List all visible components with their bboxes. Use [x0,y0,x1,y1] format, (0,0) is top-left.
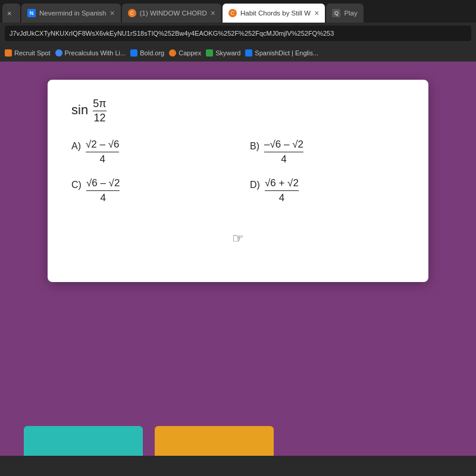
sqrt6-d: √6 + √2 [265,177,299,189]
address-bar[interactable]: J7vJdUkCXTyNKUXrIQF8WsX6vkEyNU1rS18sTIQ%… [5,26,471,41]
browser-chrome: × N Nevermind in Spanish × C (1) WINDOW … [0,0,476,62]
answer-b-label: B) [250,139,259,152]
answer-a-fraction: √2 – √6 4 [86,139,119,165]
address-bar-row: J7vJdUkCXTyNKUXrIQF8WsX6vkEyNU1rS18sTIQ%… [0,23,476,44]
tab-habit-chords[interactable]: C Habit Chords by Still W × [223,4,325,23]
answer-b-denominator: 4 [281,154,286,165]
tab-window-close[interactable]: × [211,8,215,18]
fraction-5pi-12: 5π 12 [93,98,106,124]
answer-d-fraction: √6 + √2 4 [265,177,299,204]
tab-nevermind-close[interactable]: × [110,8,115,18]
bottom-card-yellow [155,426,274,456]
bookmark-favicon-cappex [169,49,176,57]
bookmark-recruit-label: Recruit Spot [14,49,51,57]
answer-b-fraction: –√6 – √2 4 [264,139,303,165]
tab-window-chords-label: (1) WINDOW CHORD [140,10,207,17]
answer-b: B) –√6 – √2 4 [250,139,405,165]
answer-c-denominator: 4 [100,192,105,204]
bookmarks-bar: Recruit Spot Precalculus With Li... Bold… [0,44,476,62]
answer-c-label: C) [71,177,82,190]
numerator-5pi: 5π [93,98,106,111]
sin-label: sin [71,102,92,117]
sqrt6-c: √6 – √2 [86,177,120,189]
answer-d-numerator: √6 + √2 [265,177,299,191]
answer-a-label: A) [71,139,81,152]
tab-play-label: Play [344,10,357,17]
tab-favicon-play: Q [332,9,340,17]
bookmark-favicon-precalc [55,49,62,57]
tab-bar: × N Nevermind in Spanish × C (1) WINDOW … [0,0,476,23]
main-content: sin 5π 12 A) √2 – √6 4 B) [0,62,476,416]
denominator-12: 12 [93,112,105,124]
bookmark-bold[interactable]: Bold.org [130,49,164,57]
answer-c: C) √6 – √2 4 [71,177,226,204]
cursor-hand: ☞ [232,231,244,246]
bookmark-skyward[interactable]: Skyward [206,49,240,57]
bookmark-skyward-label: Skyward [215,49,240,57]
bookmark-recruit-spot[interactable]: Recruit Spot [5,49,51,57]
sqrt6-b: –√6 – √2 [264,139,303,150]
sqrt2-a: √2 – √6 [86,139,119,150]
tab-favicon-nevermind: N [27,9,36,17]
answer-d: D) √6 + √2 4 [250,177,405,204]
bookmark-spanishdict[interactable]: SpanishDict | Englis... [245,49,318,57]
answers-grid: A) √2 – √6 4 B) –√6 – √2 4 [71,139,405,204]
tab-nevermind-in-spanish[interactable]: N Nevermind in Spanish × [21,4,121,23]
answer-b-numerator: –√6 – √2 [264,139,303,152]
tab-habit-chords-label: Habit Chords by Still W [240,10,311,17]
answer-a-numerator: √2 – √6 [86,139,119,152]
math-card: sin 5π 12 A) √2 – √6 4 B) [48,80,428,282]
answer-a-denominator: 4 [100,154,105,165]
bookmark-cappex-label: Cappex [178,49,201,57]
answer-c-numerator: √6 – √2 [86,177,120,191]
answer-c-fraction: √6 – √2 4 [86,177,120,204]
tab-play[interactable]: Q Play [326,4,363,23]
tab-habit-close[interactable]: × [314,8,319,18]
bookmark-bold-label: Bold.org [140,49,164,57]
bookmark-favicon-bold [130,49,137,57]
bookmark-precalc-label: Precalculus With Li... [65,49,126,57]
tab-close-left[interactable]: × [2,4,20,23]
bottom-area [0,416,476,456]
bookmark-favicon-skyward [206,49,213,57]
bookmark-favicon-recruit [5,49,12,57]
bookmark-cappex[interactable]: Cappex [169,49,201,57]
answer-a: A) √2 – √6 4 [71,139,226,165]
bottom-card-teal [24,426,143,456]
bookmark-spanish-label: SpanishDict | Englis... [255,49,318,57]
bookmark-precalculus[interactable]: Precalculus With Li... [55,49,126,57]
answer-d-denominator: 4 [279,192,284,204]
tab-x-label: × [7,9,12,18]
tab-nevermind-label: Nevermind in Spanish [39,10,107,17]
question-title: sin 5π 12 [71,98,405,124]
bookmark-favicon-spanish [245,49,252,57]
tab-favicon-window: C [128,9,136,17]
tab-favicon-habit: C [228,9,237,17]
tab-window-chords[interactable]: C (1) WINDOW CHORD × [122,4,221,23]
answer-d-label: D) [250,177,260,190]
